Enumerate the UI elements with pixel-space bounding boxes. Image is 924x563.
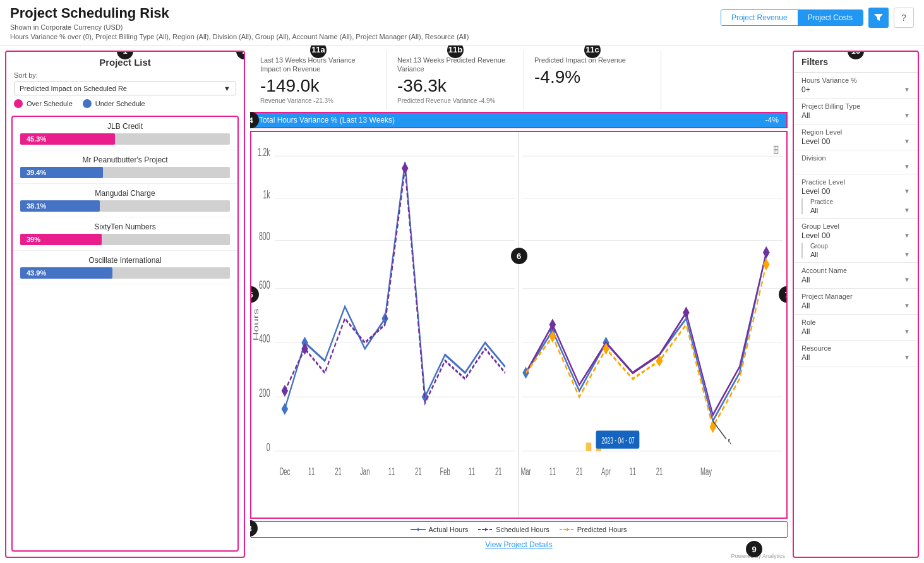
sort-value: Predicted Impact on Scheduled Re — [20, 85, 127, 92]
header-right: Project Revenue Project Costs ? — [721, 5, 914, 28]
legend-dot-over — [14, 99, 23, 108]
badge-4: 4 — [250, 112, 259, 128]
content-area: 1 2 Project List Sort by: Predicted Impa… — [0, 45, 924, 563]
middle-section: 11a Last 13 Weeks Hours Variance Impact … — [250, 45, 793, 563]
filter-label: Role — [801, 318, 910, 326]
project-name: SixtyTen Numbers — [20, 222, 230, 231]
predicted-line-icon — [560, 526, 575, 533]
view-toggle: Project Revenue Project Costs — [721, 9, 863, 26]
help-button[interactable]: ? — [894, 8, 914, 28]
kpi-card-2: 11b Next 13 Weeks Predicted Revenue Vari… — [387, 51, 524, 110]
svg-text:↖: ↖ — [728, 437, 732, 447]
progress-label: 38.1% — [23, 202, 50, 210]
filter-value[interactable]: 0+ ▼ — [801, 85, 910, 94]
filter-group: Resource All ▼ — [794, 341, 918, 366]
svg-text:11: 11 — [549, 465, 556, 478]
sort-label: Sort by: — [14, 71, 236, 79]
project-list-panel: 1 2 Project List Sort by: Predicted Impa… — [5, 51, 245, 558]
list-item[interactable]: JLB Credit 45.3% — [13, 117, 237, 150]
filter-sub-chevron-icon: ▼ — [904, 207, 910, 214]
svg-marker-69 — [566, 528, 568, 531]
chart-wrapper: 5 6 7 1.2k 1k — [250, 131, 788, 519]
view-project-details-link[interactable]: View Project Details — [250, 538, 788, 552]
badge-9: 9 — [746, 541, 762, 557]
progress-label: 45.3% — [23, 135, 50, 143]
filter-value[interactable]: Level 00 ▼ — [801, 187, 910, 196]
progress-bar: 39% — [20, 234, 102, 245]
kpi-1-label: Last 13 Weeks Hours Variance Impact on R… — [260, 56, 376, 74]
legend-actual: Actual Hours — [411, 526, 468, 533]
filter-group: Role All ▼ — [794, 315, 918, 341]
filter-value[interactable]: All ▼ — [801, 111, 910, 120]
view-details-wrapper: 9 View Project Details Powered by Analyt… — [250, 538, 788, 560]
progress-label: 43.9% — [23, 269, 50, 277]
view-costs-button[interactable]: Project Costs — [798, 10, 863, 25]
list-item[interactable]: Mangudai Charge 38.1% — [13, 184, 237, 217]
filter-label: Account Name — [801, 267, 910, 274]
progress-label: 39.4% — [23, 169, 50, 176]
filter-icon-button[interactable] — [868, 8, 889, 28]
progress-bar-container: 39% — [20, 234, 230, 245]
progress-bar: 39.4% — [20, 167, 103, 178]
svg-text:0: 0 — [267, 440, 270, 454]
filter-label: Resource — [801, 344, 910, 352]
badge-5: 5 — [250, 286, 259, 303]
filter-value[interactable]: ▼ — [801, 163, 910, 170]
total-hours-bar: 4 Total Hours Variance % (Last 13 Weeks)… — [250, 112, 788, 128]
filter-chevron-icon: ▼ — [904, 86, 910, 93]
legend-row-wrapper: 8 Actual Hours Scheduled Hours — [250, 519, 788, 538]
sort-chevron-icon: ▼ — [224, 85, 231, 92]
kpi-2-label: Next 13 Weeks Predicted Revenue Variance — [397, 56, 513, 74]
progress-bar-container: 43.9% — [20, 267, 230, 279]
filter-group: Practice Level Level 00 ▼ Practice All ▼ — [794, 174, 918, 219]
filter-sub: Group All ▼ — [801, 243, 910, 258]
project-name: Mr Peanutbutter's Project — [20, 155, 230, 164]
badge-11a: 11a — [310, 45, 327, 58]
progress-bar: 45.3% — [20, 133, 115, 145]
header-subtitle: Shown in Corporate Currency (USD) Hours … — [10, 23, 721, 42]
svg-text:Jan: Jan — [360, 465, 369, 478]
total-hours-label: Total Hours Variance % (Last 13 Weeks) — [259, 116, 395, 124]
filter-label: Practice Level — [801, 178, 910, 186]
legend-predicted-label: Predicted Hours — [577, 526, 627, 533]
svg-marker-65 — [417, 528, 419, 531]
list-item[interactable]: SixtyTen Numbers 39% — [13, 217, 237, 251]
filter-label: Project Billing Type — [801, 102, 910, 110]
list-item[interactable]: Oscillate International 43.9% — [13, 251, 237, 284]
svg-text:⊞: ⊞ — [773, 143, 779, 156]
svg-text:Hours: Hours — [252, 308, 260, 341]
filter-label: Group Level — [801, 222, 910, 230]
filter-value[interactable]: All ▼ — [801, 301, 910, 310]
sort-dropdown[interactable]: Predicted Impact on Scheduled Re ▼ — [14, 82, 236, 95]
legend-actual-label: Actual Hours — [428, 526, 468, 533]
legend-predicted: Predicted Hours — [560, 526, 627, 533]
filter-chevron-icon: ▼ — [904, 328, 910, 335]
chart-area: 4 Total Hours Variance % (Last 13 Weeks)… — [250, 112, 788, 560]
filter-value[interactable]: All ▼ — [801, 353, 910, 362]
kpi-2-sub: Predicted Revenue Variance -4.9% — [397, 97, 513, 104]
svg-text:21: 21 — [656, 465, 663, 478]
progress-bar-container: 45.3% — [20, 133, 230, 145]
legend-under: Under Schedule — [83, 99, 145, 108]
filter-sub-label: Group — [810, 243, 910, 250]
project-name: Oscillate International — [20, 256, 230, 265]
filter-group: Region Level Level 00 ▼ — [794, 124, 918, 150]
filter-sub: Practice All ▼ — [801, 198, 910, 214]
filter-chevron-icon: ▼ — [904, 354, 910, 361]
filter-value[interactable]: Level 00 ▼ — [801, 137, 910, 146]
view-revenue-button[interactable]: Project Revenue — [721, 10, 798, 25]
filter-value[interactable]: All ▼ — [801, 275, 910, 284]
svg-text:600: 600 — [259, 278, 270, 291]
legend-over-label: Over Schedule — [27, 100, 73, 107]
filter-group: Project Billing Type All ▼ — [794, 99, 918, 124]
svg-text:Apr: Apr — [601, 465, 611, 478]
chart-legend: Actual Hours Scheduled Hours Predicted H… — [250, 521, 788, 538]
filter-sub-value[interactable]: All ▼ — [810, 207, 910, 214]
list-item[interactable]: Mr Peanutbutter's Project 39.4% — [13, 150, 237, 184]
filter-label: Hours Variance % — [801, 76, 910, 84]
filter-value[interactable]: Level 00 ▼ — [801, 231, 910, 240]
filter-sub-value[interactable]: All ▼ — [810, 251, 910, 258]
svg-line-62 — [713, 421, 726, 440]
legend-dot-under — [83, 99, 92, 108]
filter-value[interactable]: All ▼ — [801, 327, 910, 336]
